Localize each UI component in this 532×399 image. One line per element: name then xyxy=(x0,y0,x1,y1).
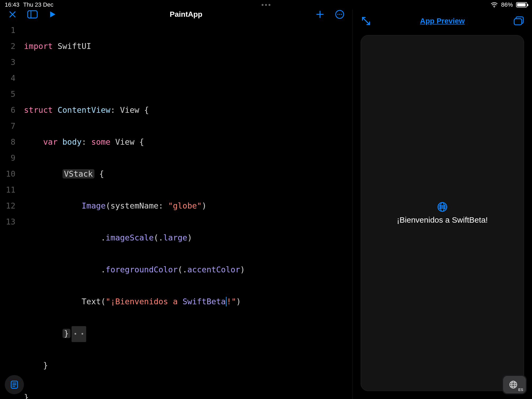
code-content[interactable]: import SwiftUI struct ContentView: View … xyxy=(19,22,352,399)
editor-toolbar: PaintApp xyxy=(0,10,352,19)
svg-point-5 xyxy=(339,14,340,15)
project-title: PaintApp xyxy=(170,10,202,19)
wifi-icon xyxy=(491,2,498,8)
line-gutter: 1 2 3 4 5 6 7 8 9 10 11 12 13 xyxy=(0,22,19,399)
preview-canvas: ¡Bienvenidos a SwiftBeta! xyxy=(361,35,524,391)
documentation-button[interactable] xyxy=(5,375,24,394)
more-icon[interactable] xyxy=(335,10,344,19)
preview-text: ¡Bienvenidos a SwiftBeta! xyxy=(397,215,488,225)
keyboard-language-button[interactable]: ES xyxy=(503,376,526,393)
battery-icon xyxy=(516,2,527,7)
windows-icon[interactable] xyxy=(513,16,524,26)
close-icon[interactable] xyxy=(8,10,17,19)
status-bar: 16:43 Thu 23 Dec 86% xyxy=(0,0,532,10)
add-icon[interactable] xyxy=(315,10,325,19)
sidebar-toggle-icon[interactable] xyxy=(27,10,38,19)
preview-pane: App Preview ¡Bienvenidos a SwiftBeta! xyxy=(352,10,532,399)
editor-pane: PaintApp 1 2 3 4 xyxy=(0,10,352,399)
code-editor[interactable]: 1 2 3 4 5 6 7 8 9 10 11 12 13 import Swi… xyxy=(0,19,352,399)
svg-point-4 xyxy=(337,14,338,15)
fold-indicator-icon[interactable]: • • xyxy=(72,326,86,342)
run-icon[interactable] xyxy=(48,10,57,19)
svg-point-6 xyxy=(341,14,342,15)
preview-title[interactable]: App Preview xyxy=(377,17,508,25)
keyboard-language-label: ES xyxy=(518,388,523,392)
status-date: Thu 23 Dec xyxy=(23,1,53,8)
status-time: 16:43 xyxy=(5,1,19,8)
svg-rect-11 xyxy=(514,19,522,25)
battery-percent: 86% xyxy=(501,1,513,8)
globe-icon xyxy=(437,202,448,212)
svg-rect-1 xyxy=(28,11,37,18)
expand-icon[interactable] xyxy=(361,16,371,26)
svg-point-0 xyxy=(494,7,494,7)
multitask-handle[interactable] xyxy=(262,4,271,6)
preview-toolbar: App Preview xyxy=(353,10,532,32)
